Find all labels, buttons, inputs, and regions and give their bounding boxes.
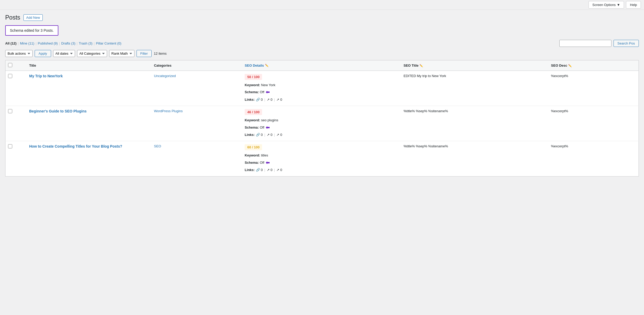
seo-links: Links: 🔗 0 | ↗ 0 | ↗ 0 (245, 132, 397, 138)
row-checkbox-cell (5, 141, 26, 176)
seo-details-cell: 46 / 100Keyword: seo pluginsSchema: Off … (242, 106, 400, 141)
seo-keyword: Keyword: New York (245, 82, 397, 88)
post-title-cell: My Trip to NewYork (26, 71, 151, 106)
seo-desc-column-header: SEO Desc ✏️ (548, 60, 639, 71)
title-column-label: Title (29, 64, 36, 67)
schema-arrow-icon: ⬅ (266, 159, 270, 167)
rank-math-filter-select[interactable]: Rank Math (109, 50, 134, 57)
search-input[interactable] (559, 40, 611, 47)
seo-title-edit-icon[interactable]: ✏️ (419, 64, 423, 67)
items-count: 12 items (154, 52, 166, 55)
seo-links: Links: 🔗 0 | ↗ 0 | ↗ 0 (245, 97, 397, 103)
status-filter-drafts[interactable]: Drafts (3) (61, 41, 75, 45)
main-content: Posts Add New Schema edited for 3 Posts.… (0, 10, 644, 181)
top-bar: Screen Options ▼ Help (0, 0, 644, 10)
posts-table: Title Categories SEO Details ✏️ SEO Titl… (5, 60, 639, 177)
seo-title-cell: EDITED My trip to New York (400, 71, 548, 106)
seo-schema: Schema: Off ⬅ (245, 88, 397, 96)
search-area: Search Pos (559, 40, 639, 47)
seo-links: Links: 🔗 0 | ↗ 0 | ↗ 0 (245, 167, 397, 173)
add-new-button[interactable]: Add New (23, 14, 43, 21)
table-body: My Trip to NewYorkUncategorized50 / 100K… (5, 71, 639, 177)
search-posts-button[interactable]: Search Pos (614, 40, 639, 47)
table-row: How to Create Compelling Titles for Your… (5, 141, 639, 176)
title-column-header: Title (26, 60, 151, 71)
seo-details-edit-icon[interactable]: ✏️ (265, 64, 269, 67)
select-all-column (5, 60, 26, 71)
page-title: Posts (5, 14, 20, 21)
apply-button[interactable]: Apply (35, 50, 51, 57)
seo-desc-edit-icon[interactable]: ✏️ (568, 64, 572, 67)
post-category-link[interactable]: WordPress Plugins (154, 109, 183, 113)
screen-options-button[interactable]: Screen Options ▼ (589, 1, 624, 9)
categories-filter-select[interactable]: All Categories (77, 50, 107, 57)
notice-banner: Schema edited for 3 Posts. (5, 25, 58, 36)
seo-title-column-label: SEO Title (404, 64, 419, 67)
status-filter-all[interactable]: All (12) (5, 41, 16, 45)
page-header: Posts Add New (5, 14, 639, 21)
seo-score-badge: 50 / 100 (245, 74, 262, 80)
seo-schema: Schema: Off ⬅ (245, 159, 397, 167)
post-title-cell: Beginner's Guide to SEO Plugins (26, 106, 151, 141)
seo-title-cell: %title% %sep% %sitename% (400, 141, 548, 176)
row-checkbox-cell (5, 71, 26, 106)
post-category-cell: SEO (151, 141, 242, 176)
row-checkbox[interactable] (8, 144, 12, 148)
help-button[interactable]: Help (626, 1, 641, 9)
status-filter-published[interactable]: Published (9) (38, 41, 58, 45)
filter-button[interactable]: Filter (137, 50, 152, 57)
row-checkbox[interactable] (8, 74, 12, 78)
status-filter-trash[interactable]: Trash (3) (79, 41, 92, 45)
status-filter-bar: All (12) | Mine (11) | Published (9) | D… (5, 40, 639, 47)
seo-meta: Keyword: New YorkSchema: Off ⬅Links: 🔗 0… (245, 82, 397, 103)
schema-arrow-icon: ⬅ (266, 88, 270, 96)
categories-column-label: Categories (154, 64, 171, 67)
seo-meta: Keyword: titlesSchema: Off ⬅Links: 🔗 0 |… (245, 152, 397, 173)
table-row: Beginner's Guide to SEO PluginsWordPress… (5, 106, 639, 141)
seo-details-cell: 60 / 100Keyword: titlesSchema: Off ⬅Link… (242, 141, 400, 176)
row-checkbox[interactable] (8, 109, 12, 113)
seo-desc-cell: %excerpt% (548, 106, 639, 141)
dates-filter-select[interactable]: All dates (53, 50, 75, 57)
post-category-link[interactable]: SEO (154, 144, 161, 148)
seo-title-column-header: SEO Title ✏️ (400, 60, 548, 71)
bulk-actions-select[interactable]: Bulk actions (5, 50, 33, 57)
seo-desc-column-label: SEO Desc (551, 64, 567, 67)
seo-schema: Schema: Off ⬅ (245, 123, 397, 132)
post-title-link[interactable]: Beginner's Guide to SEO Plugins (29, 109, 86, 113)
seo-keyword: Keyword: seo plugins (245, 117, 397, 123)
seo-details-cell: 50 / 100Keyword: New YorkSchema: Off ⬅Li… (242, 71, 400, 106)
seo-details-column-label: SEO Details (245, 64, 264, 67)
post-title-cell: How to Create Compelling Titles for Your… (26, 141, 151, 176)
post-category-cell: WordPress Plugins (151, 106, 242, 141)
status-filter-mine[interactable]: Mine (11) (20, 41, 34, 45)
notice-message: Schema edited for 3 Posts. (10, 28, 54, 33)
table-nav: Bulk actions Apply All dates All Categor… (5, 50, 639, 57)
seo-desc-cell: %excerpt% (548, 141, 639, 176)
post-category-cell: Uncategorized (151, 71, 242, 106)
seo-keyword: Keyword: titles (245, 152, 397, 158)
schema-arrow-icon: ⬅ (266, 123, 270, 132)
seo-score-badge: 46 / 100 (245, 109, 262, 115)
select-all-checkbox[interactable] (8, 63, 12, 67)
status-filter-pillar-content[interactable]: Pillar Content (0) (96, 41, 121, 45)
seo-meta: Keyword: seo pluginsSchema: Off ⬅Links: … (245, 117, 397, 138)
seo-score-badge: 60 / 100 (245, 144, 262, 150)
post-title-link[interactable]: My Trip to NewYork (29, 74, 63, 78)
seo-desc-cell: %excerpt% (548, 71, 639, 106)
post-title-link[interactable]: How to Create Compelling Titles for Your… (29, 144, 122, 148)
row-checkbox-cell (5, 106, 26, 141)
seo-title-cell: %title% %sep% %sitename% (400, 106, 548, 141)
table-row: My Trip to NewYorkUncategorized50 / 100K… (5, 71, 639, 106)
screen-options-label: Screen Options (592, 3, 616, 7)
seo-details-column-header[interactable]: SEO Details ✏️ (242, 60, 400, 71)
post-category-link[interactable]: Uncategorized (154, 74, 176, 78)
categories-column-header: Categories (151, 60, 242, 71)
screen-options-arrow-icon: ▼ (617, 3, 620, 7)
